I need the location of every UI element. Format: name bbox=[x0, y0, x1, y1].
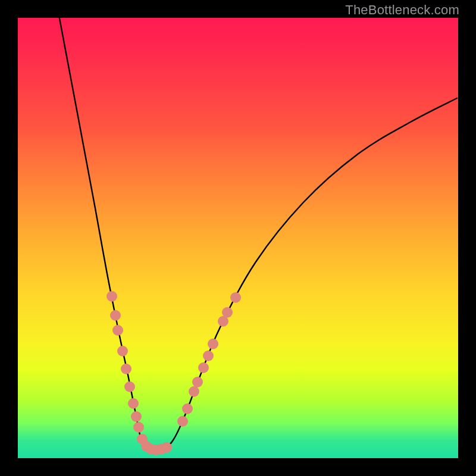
data-point bbox=[112, 325, 123, 336]
chart-svg bbox=[18, 18, 458, 458]
data-point bbox=[110, 310, 121, 321]
data-point bbox=[230, 292, 241, 303]
data-point bbox=[198, 362, 209, 373]
data-point bbox=[124, 381, 135, 392]
data-point bbox=[222, 307, 233, 318]
watermark-label: TheBottleneck.com bbox=[345, 2, 459, 18]
data-point bbox=[177, 416, 188, 427]
curve-bottleneck-curve-right bbox=[150, 98, 457, 450]
data-point bbox=[161, 442, 172, 453]
data-point bbox=[189, 386, 199, 397]
data-point bbox=[121, 364, 131, 374]
data-point bbox=[208, 339, 218, 349]
data-point bbox=[131, 411, 142, 422]
data-point bbox=[203, 350, 214, 361]
chart-plot-area bbox=[18, 18, 458, 458]
data-point bbox=[107, 291, 117, 302]
data-point bbox=[128, 398, 139, 409]
data-point bbox=[192, 377, 203, 387]
data-point bbox=[182, 403, 193, 414]
data-point bbox=[133, 422, 144, 433]
data-point bbox=[117, 346, 128, 356]
curve-bottleneck-curve-left bbox=[60, 18, 150, 449]
